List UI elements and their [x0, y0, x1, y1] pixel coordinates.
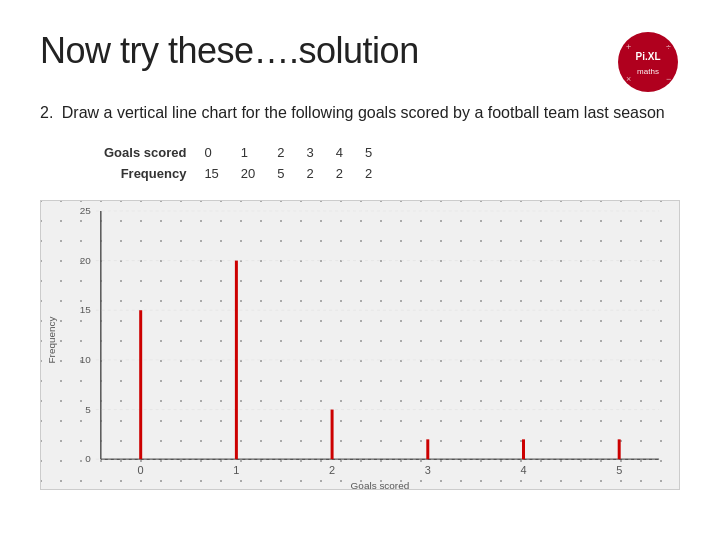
svg-text:×: × [626, 74, 631, 84]
table-row-goals: Goals scored 0 1 2 3 4 5 [100, 142, 390, 163]
svg-text:5: 5 [85, 404, 91, 415]
svg-text:Pi.XL: Pi.XL [635, 51, 660, 62]
freq-4: 2 [332, 163, 361, 184]
svg-text:10: 10 [80, 354, 92, 365]
svg-text:3: 3 [425, 465, 431, 477]
freq-2: 5 [273, 163, 302, 184]
svg-text:0: 0 [85, 454, 91, 465]
goals-5: 5 [361, 142, 390, 163]
freq-0: 15 [200, 163, 236, 184]
freq-5: 2 [361, 163, 390, 184]
freq-label: Frequency [100, 163, 200, 184]
page-title: Now try these….solution [40, 30, 419, 72]
svg-text:÷: ÷ [666, 42, 671, 52]
freq-1: 20 [237, 163, 273, 184]
svg-text:15: 15 [80, 305, 92, 316]
freq-3: 2 [303, 163, 332, 184]
page: Now try these….solution Pi.XL maths + ÷ … [0, 0, 720, 540]
svg-text:20: 20 [80, 255, 92, 266]
svg-text:2: 2 [329, 465, 335, 477]
svg-text:1: 1 [233, 465, 239, 477]
goals-0: 0 [200, 142, 236, 163]
goals-label: Goals scored [100, 142, 200, 163]
subtitle: 2. Draw a vertical line chart for the fo… [40, 102, 680, 124]
header-area: Now try these….solution Pi.XL maths + ÷ … [40, 30, 680, 94]
svg-text:5: 5 [616, 465, 622, 477]
pixl-logo: Pi.XL maths + ÷ × − [616, 30, 680, 94]
svg-text:Goals scored: Goals scored [351, 480, 410, 489]
subtitle-number: 2. [40, 104, 53, 121]
svg-text:Frequency: Frequency [46, 317, 57, 364]
svg-text:maths: maths [637, 67, 659, 76]
svg-text:0: 0 [138, 465, 144, 477]
table-row-freq: Frequency 15 20 5 2 2 2 [100, 163, 390, 184]
goals-3: 3 [303, 142, 332, 163]
svg-text:−: − [666, 74, 671, 84]
svg-text:+: + [626, 42, 631, 52]
svg-text:4: 4 [520, 465, 526, 477]
data-table: Goals scored 0 1 2 3 4 5 Frequency 15 20… [100, 142, 390, 184]
subtitle-text: Draw a vertical line chart for the follo… [62, 104, 665, 121]
chart-area: 0 5 10 15 20 25 0 1 2 [40, 200, 680, 490]
svg-text:25: 25 [80, 205, 92, 216]
goals-4: 4 [332, 142, 361, 163]
chart-svg: 0 5 10 15 20 25 0 1 2 [41, 201, 679, 489]
goals-1: 1 [237, 142, 273, 163]
goals-2: 2 [273, 142, 302, 163]
